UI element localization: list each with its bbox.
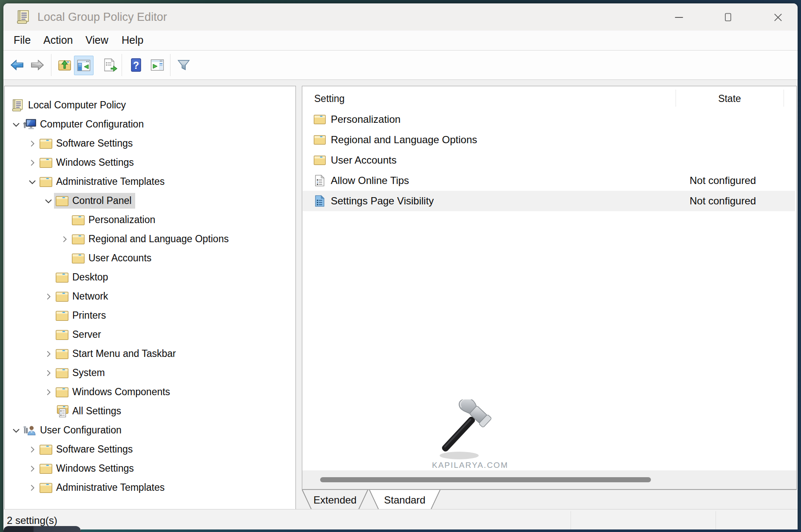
tree-item-server[interactable]: Server [5,325,295,344]
folder-icon [55,194,69,208]
status-bar: 2 setting(s) [3,509,798,532]
tree-item-printers[interactable]: Printers [5,306,295,325]
tree-item-system[interactable]: System [5,363,295,382]
folder-icon [55,385,69,399]
folder-icon [313,133,327,147]
list-item-allow-online-tips[interactable]: Allow Online Tips Not configured [303,170,795,191]
menu-view[interactable]: View [85,34,108,46]
taskbar-widget-fragment [3,526,81,532]
console-tree-panel: Local Computer Policy Computer Configura… [4,86,296,510]
policy-tree: Local Computer Policy Computer Configura… [5,96,295,497]
chevron-down-icon[interactable] [11,425,22,436]
chevron-down-icon[interactable] [43,195,54,207]
tree-item-computer-software-settings[interactable]: Software Settings [5,134,295,153]
tree-item-personalization[interactable]: Personalization [5,210,295,229]
chevron-right-icon[interactable] [27,482,38,493]
maximize-button[interactable] [716,9,741,25]
menu-help[interactable]: Help [122,34,143,46]
tab-extended[interactable]: Extended [302,490,368,510]
chevron-right-icon[interactable] [43,387,54,398]
action-pane-icon [149,57,165,73]
filter-button[interactable] [174,56,193,74]
toolbar-separator [170,54,170,76]
policy-document-selected-icon [313,194,327,208]
minimize-button[interactable] [667,9,691,25]
console-tree-icon [76,57,92,74]
tree-item-user-software-settings[interactable]: Software Settings [5,440,295,459]
back-button[interactable] [8,56,26,74]
horizontal-scrollbar[interactable] [302,470,796,489]
tree-item-local-computer-policy[interactable]: Local Computer Policy [5,96,295,115]
computer-icon [23,117,37,132]
folder-icon [39,461,53,476]
chevron-down-icon[interactable] [27,176,38,187]
tree-item-user-windows-settings[interactable]: Windows Settings [5,459,295,478]
tab-standard[interactable]: Standard [369,490,440,510]
hammer-watermark-image [433,399,501,463]
tree-item-user-configuration[interactable]: User Configuration [5,421,295,440]
tree-item-network[interactable]: Network [5,287,295,306]
show-action-pane-button[interactable] [148,56,167,74]
minimize-icon [675,17,683,18]
tree-item-computer-windows-settings[interactable]: Windows Settings [5,153,295,172]
tree-item-windows-components[interactable]: Windows Components [5,382,295,402]
app-window: Local Group Policy Editor File Action Vi… [3,3,798,532]
folder-icon [39,136,53,151]
close-button[interactable] [766,9,790,25]
menu-file[interactable]: File [14,34,31,46]
chevron-right-icon[interactable] [43,348,54,359]
export-list-button[interactable] [100,56,119,74]
menu-action[interactable]: Action [43,34,73,46]
tree-item-start-menu-and-taskbar[interactable]: Start Menu and Taskbar [5,344,295,363]
chevron-right-icon[interactable] [27,444,38,455]
chevron-right-icon[interactable] [27,157,38,168]
chevron-right-icon[interactable] [59,234,70,245]
settings-list-panel: Setting State Personalization Regional a… [302,86,797,490]
chevron-right-icon[interactable] [43,291,54,302]
toolbar-separator [122,54,122,76]
toolbar-separator [51,54,51,76]
column-divider[interactable] [676,90,676,107]
show-console-tree-button[interactable] [74,56,94,75]
forward-button[interactable] [28,56,47,74]
folder-icon [313,113,327,126]
title-bar[interactable]: Local Group Policy Editor [3,3,798,31]
tree-item-all-settings[interactable]: All Settings [5,402,295,421]
tree-item-administrative-templates[interactable]: Administrative Templates [5,172,295,191]
tree-item-user-administrative-templates[interactable]: Administrative Templates [5,478,295,497]
forward-arrow-icon [29,57,45,73]
help-button[interactable] [127,56,145,74]
scrollbar-thumb[interactable] [320,477,651,482]
up-one-level-button[interactable] [55,56,74,74]
chevron-right-icon[interactable] [43,368,54,379]
tree-item-user-accounts[interactable]: User Accounts [5,249,295,268]
policy-scroll-icon [11,98,25,113]
policy-document-icon [313,174,327,187]
tree-item-computer-configuration[interactable]: Computer Configuration [5,115,295,134]
list-item-personalization[interactable]: Personalization [303,109,795,130]
chevron-right-icon[interactable] [27,138,38,149]
list-item-settings-page-visibility[interactable]: Settings Page Visibility Not configured [303,191,795,211]
folder-icon [71,213,85,227]
tree-item-desktop[interactable]: Desktop [5,268,295,287]
folder-icon [313,153,327,167]
maximize-icon [725,14,731,21]
column-divider[interactable] [784,90,784,107]
list-item-user-accounts[interactable]: User Accounts [303,150,795,170]
all-settings-icon [55,404,69,419]
chevron-right-icon[interactable] [27,463,38,474]
window-title: Local Group Policy Editor [37,11,167,24]
back-arrow-icon [9,57,25,73]
folder-icon [39,175,53,189]
list-item-regional-and-language-options[interactable]: Regional and Language Options [303,130,795,150]
folder-icon [55,347,69,361]
tree-item-control-panel[interactable]: Control Panel [5,191,295,210]
watermark-text: KAPILARYA.COM [432,461,508,470]
gpedit-app-icon [15,9,31,25]
export-list-icon [102,57,118,73]
folder-icon [39,442,53,457]
help-icon [128,57,144,73]
chevron-down-icon[interactable] [11,119,22,130]
menu-bar: File Action View Help [3,31,798,51]
tree-item-regional-and-language-options[interactable]: Regional and Language Options [5,229,295,249]
